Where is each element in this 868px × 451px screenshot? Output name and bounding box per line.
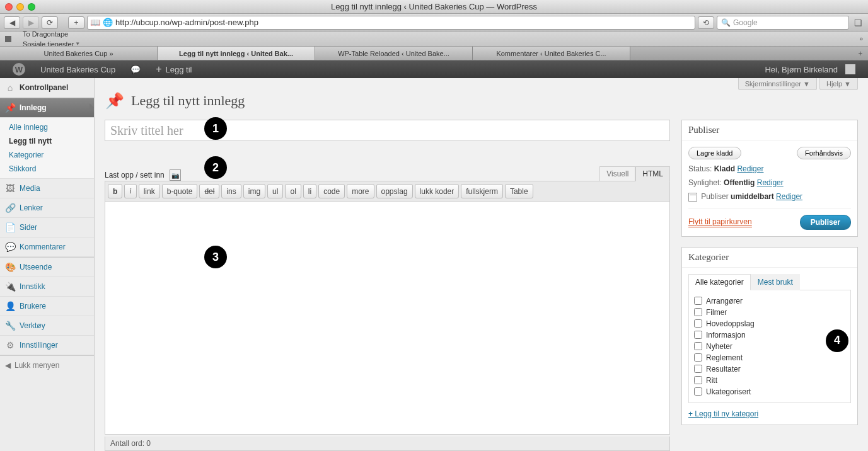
page-title: Legg til nytt innlegg bbox=[131, 93, 245, 109]
browser-tab[interactable]: WP-Table Reloaded ‹ United Bake... bbox=[315, 47, 473, 60]
url-bar[interactable]: 📖 🌐 http://ubcup.no/wp-admin/post-new.ph… bbox=[87, 16, 695, 30]
post-title-input[interactable] bbox=[105, 120, 670, 141]
editor-button-oppslag[interactable]: oppslag bbox=[376, 184, 413, 198]
submenu-all-posts[interactable]: Alle innlegg bbox=[0, 120, 94, 134]
bookmarks-show-all-icon[interactable] bbox=[5, 36, 11, 42]
category-item[interactable]: Ukategorisert bbox=[694, 386, 845, 397]
category-item[interactable]: Resultater bbox=[694, 363, 845, 375]
category-item[interactable]: Nyheter bbox=[694, 341, 845, 352]
comments-menu[interactable]: 💬 bbox=[123, 60, 148, 78]
post-content-editor[interactable] bbox=[105, 202, 670, 435]
category-item[interactable]: Ritt bbox=[694, 375, 845, 386]
move-to-trash-link[interactable]: Flytt til papirkurven bbox=[688, 217, 752, 227]
editor-button-Table[interactable]: Table bbox=[505, 184, 533, 198]
editor-button-lukk-koder[interactable]: lukk koder bbox=[415, 184, 460, 198]
cat-tab-all[interactable]: Alle kategorier bbox=[688, 274, 751, 290]
editor-button-link[interactable]: link bbox=[139, 184, 160, 198]
bookmarks-menu-icon[interactable]: ❏ bbox=[852, 16, 864, 29]
menu-comments[interactable]: 💬Kommentarer bbox=[0, 237, 94, 257]
publish-button[interactable]: Publiser bbox=[800, 215, 851, 230]
wp-logo-menu[interactable]: W bbox=[5, 60, 33, 78]
category-item[interactable]: Reglement bbox=[694, 352, 845, 363]
tab-visual[interactable]: Visuell bbox=[599, 166, 635, 181]
tab-html[interactable]: HTML bbox=[635, 166, 670, 181]
menu-plugins[interactable]: 🔌Innstikk bbox=[0, 277, 94, 297]
editor-button-ins[interactable]: ins bbox=[221, 184, 241, 198]
editor-button-more[interactable]: more bbox=[347, 184, 374, 198]
new-tab-button[interactable]: + bbox=[853, 47, 868, 60]
comment-icon: 💬 bbox=[5, 242, 15, 252]
wp-content: Skjerminnstillinger ▼ Hjelp ▼ 📌 Legg til… bbox=[95, 78, 868, 451]
menu-settings[interactable]: ⚙Innstillinger bbox=[0, 336, 94, 355]
menu-appearance[interactable]: 🎨Utseende bbox=[0, 257, 94, 277]
forward-button[interactable]: ▶ bbox=[23, 16, 39, 29]
editor-button-code[interactable]: code bbox=[318, 184, 345, 198]
category-item[interactable]: Filmer bbox=[694, 307, 845, 318]
visibility-row: Synlighet: Offentlig Rediger bbox=[688, 178, 851, 187]
submenu-add-new[interactable]: Legg til nytt bbox=[0, 134, 94, 148]
editor-button-b-quote[interactable]: b-quote bbox=[162, 184, 198, 198]
url-text: http://ubcup.no/wp-admin/post-new.php bbox=[115, 18, 258, 27]
menu-tools[interactable]: 🔧Verktøy bbox=[0, 316, 94, 336]
bookmark-item[interactable]: Sosiale tjenester▼ bbox=[19, 39, 84, 47]
category-item[interactable]: Informasjon bbox=[694, 329, 845, 341]
collapse-menu[interactable]: ◀Lukk menyen bbox=[0, 355, 94, 375]
bookmarks-bar: Google MapsMailingsPlaces▼Read LaterPost… bbox=[0, 31, 868, 47]
site-icon: 🌐 bbox=[103, 18, 113, 28]
site-name-menu[interactable]: United Bakeries Cup bbox=[33, 60, 123, 78]
menu-dashboard[interactable]: ⌂Kontrollpanel bbox=[0, 78, 94, 98]
menu-links[interactable]: 🔗Lenker bbox=[0, 198, 94, 218]
edit-schedule-link[interactable]: Rediger bbox=[776, 192, 802, 201]
screen-options-toggle[interactable]: Skjerminnstillinger ▼ bbox=[738, 78, 817, 90]
editor-button-img[interactable]: img bbox=[243, 184, 265, 198]
menu-pages[interactable]: 📄Sider bbox=[0, 218, 94, 237]
editor-button-b[interactable]: b bbox=[108, 184, 122, 198]
category-item[interactable]: Arrangører bbox=[694, 295, 845, 307]
editor-button-ul[interactable]: ul bbox=[267, 184, 283, 198]
category-checkbox[interactable] bbox=[694, 297, 702, 305]
editor-button-del[interactable]: del bbox=[199, 184, 219, 198]
cat-tab-most-used[interactable]: Mest brukt bbox=[751, 274, 800, 290]
browser-tab[interactable]: Legg til nytt innlegg ‹ United Bak... bbox=[158, 47, 315, 60]
category-checkbox[interactable] bbox=[694, 331, 702, 339]
bookmark-item[interactable]: To Dragontape bbox=[19, 31, 84, 39]
bookmarks-overflow-icon[interactable]: » bbox=[859, 35, 863, 42]
edit-status-link[interactable]: Rediger bbox=[737, 164, 763, 173]
appearance-icon: 🎨 bbox=[5, 262, 15, 272]
submenu-categories[interactable]: Kategorier bbox=[0, 148, 94, 162]
menu-users[interactable]: 👤Brukere bbox=[0, 297, 94, 316]
help-toggle[interactable]: Hjelp ▼ bbox=[819, 78, 858, 90]
category-checkbox[interactable] bbox=[694, 353, 702, 362]
add-new-category-link[interactable]: + Legg til ny kategori bbox=[688, 409, 758, 418]
edit-visibility-link[interactable]: Rediger bbox=[757, 178, 784, 187]
category-checkbox[interactable] bbox=[694, 387, 702, 396]
add-media-button[interactable]: 📷 bbox=[170, 169, 181, 181]
browser-search[interactable]: 🔍 Google bbox=[717, 16, 849, 30]
category-checkbox[interactable] bbox=[694, 342, 702, 350]
reload-stop-button[interactable]: ⟲ bbox=[698, 16, 714, 29]
my-account-menu[interactable]: Hei, Bjørn Birkeland bbox=[757, 64, 863, 74]
browser-tab[interactable]: United Bakeries Cup » bbox=[0, 47, 158, 60]
editor-button-ol[interactable]: ol bbox=[285, 184, 301, 198]
back-button[interactable]: ◀ bbox=[4, 16, 20, 29]
category-checkbox[interactable] bbox=[694, 319, 702, 328]
browser-tab[interactable]: Kommentarer ‹ United Bakeries C... bbox=[473, 47, 630, 60]
category-item[interactable]: Hovedoppslag bbox=[694, 318, 845, 329]
save-draft-button[interactable]: Lagre kladd bbox=[688, 147, 741, 159]
reload-button[interactable]: ⟳ bbox=[42, 16, 58, 29]
new-content-menu[interactable]: +Legg til bbox=[148, 60, 199, 78]
submenu-tags[interactable]: Stikkord bbox=[0, 162, 94, 176]
preview-button[interactable]: Forhåndsvis bbox=[797, 147, 851, 159]
editor-button-fullskjerm[interactable]: fullskjerm bbox=[461, 184, 503, 198]
menu-posts[interactable]: 📌Innlegg bbox=[0, 98, 94, 118]
status-row: Status: Kladd Rediger bbox=[688, 164, 851, 173]
category-checkbox[interactable] bbox=[694, 376, 702, 384]
editor-button-i[interactable]: i bbox=[124, 184, 136, 198]
menu-media[interactable]: 🖼Media bbox=[0, 179, 94, 198]
category-checkbox[interactable] bbox=[694, 365, 702, 373]
calendar-icon bbox=[688, 193, 697, 202]
editor-button-li[interactable]: li bbox=[303, 184, 316, 198]
category-checkbox[interactable] bbox=[694, 308, 702, 316]
dropdown-caret-icon: ▼ bbox=[75, 41, 80, 47]
add-bookmark-button[interactable]: + bbox=[68, 16, 84, 29]
